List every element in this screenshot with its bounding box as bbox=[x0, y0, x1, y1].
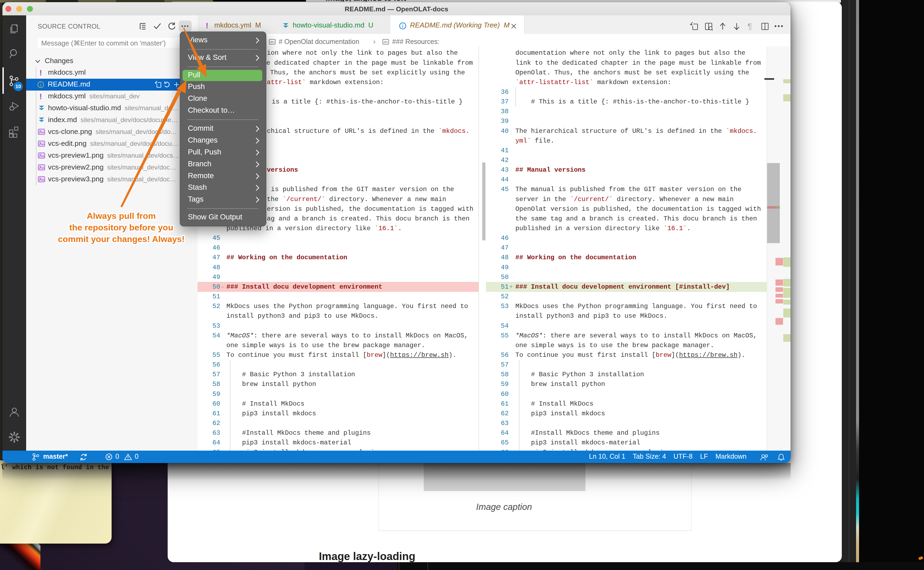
svg-text:commit your changes! Always!: commit your changes! Always! bbox=[58, 234, 185, 244]
svg-text:Always pull from: Always pull from bbox=[87, 211, 156, 221]
svg-text:the repository before you: the repository before you bbox=[69, 223, 173, 232]
